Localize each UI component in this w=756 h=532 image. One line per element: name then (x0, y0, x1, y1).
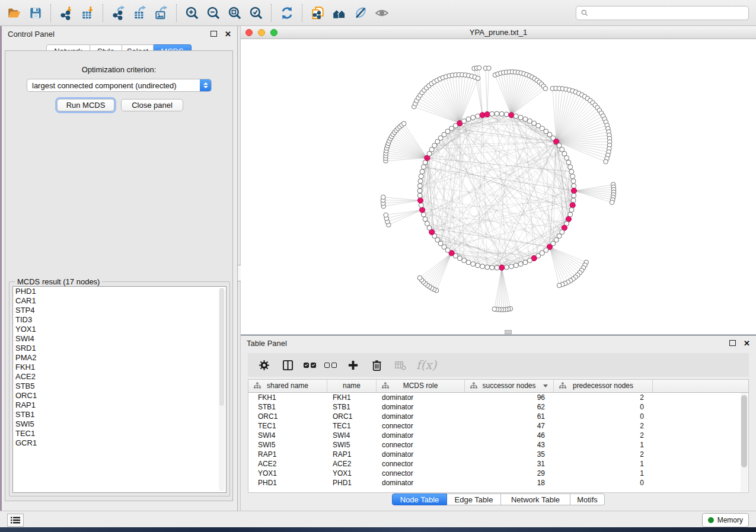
column-header-MCDS-role[interactable]: MCDS role (377, 380, 465, 392)
graph-node[interactable] (466, 117, 471, 121)
result-list-item[interactable]: RAP1 (13, 400, 226, 410)
graph-node[interactable] (543, 86, 548, 91)
graph-node[interactable] (471, 115, 476, 120)
optimization-dropdown[interactable]: largest connected component (undirected) (27, 79, 212, 92)
graph-node[interactable] (499, 111, 504, 116)
result-list-item[interactable]: STB5 (13, 382, 226, 391)
close-panel-icon[interactable]: ✕ (225, 30, 231, 38)
graph-node[interactable] (417, 184, 422, 188)
graph-node[interactable] (523, 260, 528, 265)
graph-node[interactable] (490, 111, 495, 116)
graph-node[interactable] (476, 263, 480, 268)
graph-node[interactable] (480, 264, 485, 269)
graph-mcds-node[interactable] (570, 203, 575, 208)
open-file-icon[interactable] (4, 2, 25, 24)
graph-node[interactable] (418, 179, 423, 184)
eye-icon[interactable] (371, 2, 393, 24)
graph-node[interactable] (572, 184, 576, 188)
graph-node[interactable] (570, 174, 575, 179)
graph-node[interactable] (509, 264, 513, 269)
zoom-in-icon[interactable] (181, 2, 203, 24)
houses-icon[interactable] (328, 2, 350, 24)
delete-column-trash-icon[interactable] (369, 357, 384, 373)
result-list-item[interactable]: ORC1 (13, 391, 226, 400)
unselect-all-columns-icon[interactable] (324, 363, 337, 368)
graph-node[interactable] (572, 193, 576, 198)
graph-node[interactable] (571, 179, 576, 184)
graph-node[interactable] (381, 195, 386, 200)
tab-network-table[interactable]: Network Table (501, 493, 570, 505)
result-list-item[interactable]: CAR1 (13, 296, 226, 306)
graph-node[interactable] (610, 200, 614, 205)
copy-network-icon[interactable] (307, 2, 328, 24)
create-column-plus-icon[interactable] (345, 357, 361, 373)
graph-node[interactable] (569, 207, 574, 212)
close-panel-icon[interactable]: ✕ (744, 339, 750, 347)
save-session-icon[interactable] (25, 2, 46, 24)
result-list-scrollbar[interactable] (219, 288, 225, 491)
graph-node[interactable] (604, 159, 608, 164)
tab-motifs[interactable]: Motifs (570, 493, 605, 505)
graph-node[interactable] (557, 283, 562, 288)
result-list-item[interactable]: STB1 (13, 410, 226, 419)
graph-node[interactable] (417, 188, 422, 193)
table-row[interactable]: SWI5SWI5connector431 (248, 440, 748, 450)
search-box[interactable] (576, 6, 749, 20)
result-list-scroll-thumb[interactable] (219, 288, 224, 406)
column-header-predecessor-nodes[interactable]: predecessor nodes (554, 380, 653, 392)
import-table-icon[interactable] (77, 2, 98, 24)
graph-node[interactable] (421, 212, 426, 217)
graph-node[interactable] (504, 265, 509, 270)
select-all-columns-icon[interactable] (304, 363, 316, 368)
graph-node[interactable] (504, 112, 509, 117)
tab-edge-table[interactable]: Edge Table (447, 493, 501, 505)
graph-node[interactable] (569, 169, 574, 174)
run-mcds-button[interactable]: Run MCDS (57, 99, 114, 111)
show-column-icon[interactable] (280, 357, 295, 373)
graph-node[interactable] (384, 213, 388, 217)
graph-node[interactable] (495, 265, 499, 270)
graph-node[interactable] (417, 193, 422, 198)
graph-mcds-node[interactable] (509, 113, 514, 118)
float-panel-icon[interactable] (210, 31, 217, 37)
graph-node[interactable] (462, 118, 467, 123)
graph-node[interactable] (513, 114, 518, 118)
graph-node[interactable] (564, 156, 569, 161)
result-list-item[interactable]: PHD1 (13, 287, 226, 296)
graph-node[interactable] (471, 262, 476, 267)
table-row[interactable]: ORC1ORC1dominator610 (248, 412, 748, 421)
graph-node[interactable] (492, 307, 497, 312)
table-row[interactable]: FKH1FKH1dominator962 (248, 393, 748, 402)
result-list-item[interactable]: STP4 (13, 306, 226, 315)
refresh-icon[interactable] (276, 2, 298, 24)
graph-node[interactable] (425, 221, 429, 226)
memory-button[interactable]: Memory (702, 513, 749, 527)
network-graph[interactable] (241, 39, 756, 335)
graph-node[interactable] (571, 198, 576, 203)
graph-node[interactable] (568, 165, 573, 169)
graph-mcds-node[interactable] (571, 188, 576, 193)
table-settings-gear-icon[interactable] (256, 357, 272, 373)
graph-node[interactable] (420, 169, 425, 174)
graph-node[interactable] (566, 160, 571, 165)
graph-node[interactable] (518, 115, 523, 120)
graph-node[interactable] (495, 111, 499, 116)
table-row[interactable]: SWI4SWI4dominator462 (248, 431, 748, 440)
graph-node[interactable] (487, 66, 492, 70)
graph-mcds-node[interactable] (420, 207, 425, 213)
network-canvas[interactable] (241, 39, 756, 335)
tab-node-table[interactable]: Node Table (392, 493, 447, 505)
column-header-successor-nodes[interactable]: successor nodes (465, 380, 554, 392)
zoom-selected-icon[interactable] (245, 2, 267, 24)
graph-mcds-node[interactable] (484, 111, 490, 117)
table-row[interactable]: STB1STB1dominator620 (248, 402, 748, 412)
hide-graphics-icon[interactable] (350, 2, 371, 24)
show-panels-list-icon[interactable] (7, 514, 24, 527)
graph-node[interactable] (477, 66, 481, 70)
result-list-item[interactable]: SRD1 (13, 344, 226, 353)
table-row[interactable]: TEC1TEC1connector472 (248, 421, 748, 431)
close-panel-button[interactable]: Close panel (121, 99, 183, 111)
result-list-item[interactable]: TID3 (13, 315, 226, 325)
export-network-icon[interactable] (108, 2, 129, 24)
result-list-item[interactable]: SWI5 (13, 419, 226, 429)
